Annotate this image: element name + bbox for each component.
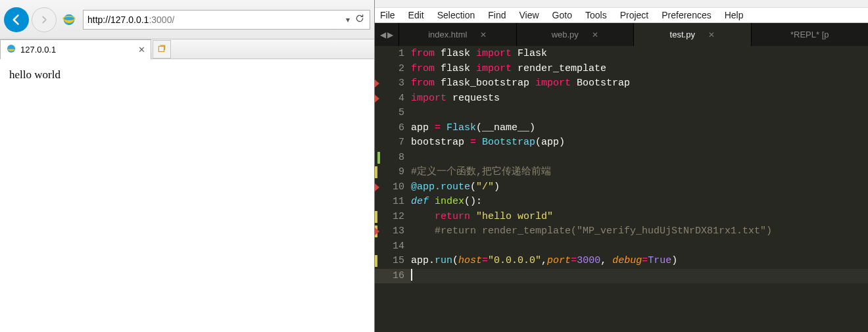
svg-rect-3 (158, 46, 164, 51)
url-path: :3000/ (149, 14, 174, 25)
code-line[interactable]: return "hello world" (411, 210, 868, 225)
back-button[interactable] (4, 7, 29, 32)
line-number: 13 (375, 224, 404, 239)
menu-goto[interactable]: Goto (552, 10, 572, 20)
menu-find[interactable]: Find (488, 10, 506, 20)
browser-window: http://127.0.0.1:3000/ ▾ 127.0.0.1 ✕ hel… (0, 0, 375, 332)
line-number: 2 (375, 62, 404, 77)
menu-selection[interactable]: Selection (437, 10, 475, 20)
line-number: 5 (375, 106, 404, 121)
page-content: hello world (9, 68, 60, 81)
new-tab-button[interactable] (153, 40, 171, 59)
menu-view[interactable]: View (519, 10, 539, 20)
gutter-marker-red (375, 227, 379, 235)
editor-tab-test-py[interactable]: test.py✕ (633, 23, 751, 46)
editor-tab-label: web.py (552, 30, 579, 39)
menu-help[interactable]: Help (725, 10, 744, 20)
tab-prev-icon[interactable]: ◀ (380, 30, 386, 39)
text-cursor (411, 269, 412, 281)
browser-viewport: hello world (0, 59, 374, 332)
editor-tab-label: index.html (428, 30, 467, 39)
editor-window: FileEditSelectionFindViewGotoToolsProjec… (375, 0, 868, 332)
line-number: 4 (375, 91, 404, 107)
line-number: 11 (375, 195, 404, 210)
editor-tab--repl-p[interactable]: *REPL* [p (751, 23, 869, 46)
code-line[interactable]: def index(): (411, 195, 868, 210)
forward-button[interactable] (32, 7, 57, 32)
ie-logo-icon (62, 12, 76, 27)
editor-titlebar-fragment (375, 0, 868, 7)
svg-point-2 (7, 45, 15, 53)
code-line[interactable]: app.run(host="0.0.0.0",port=3000, debug=… (411, 254, 868, 269)
editor-tabstrip: ◀ ▶ index.html✕web.py✕test.py✕*REPL* [p (375, 23, 868, 46)
code-area[interactable]: 12345678910111213141516 from flask impor… (375, 46, 868, 332)
gutter-marker-red (375, 95, 379, 103)
line-number: 12 (375, 210, 404, 225)
tab-close-icon[interactable]: ✕ (708, 30, 715, 39)
gutter-marker-yellow (375, 255, 377, 267)
arrow-left-icon (10, 13, 23, 26)
code-line[interactable] (411, 239, 868, 254)
line-number: 3 (375, 76, 404, 91)
line-number: 1 (375, 47, 404, 62)
gutter-marker-green (377, 152, 380, 164)
browser-tab[interactable]: 127.0.0.1 ✕ (0, 39, 151, 59)
code-line[interactable] (411, 269, 868, 284)
browser-tab-title: 127.0.0.1 (20, 45, 56, 55)
editor-tab-web-py[interactable]: web.py✕ (516, 23, 634, 46)
menu-file[interactable]: File (380, 10, 395, 20)
browser-toolbar: http://127.0.0.1:3000/ ▾ (0, 0, 374, 39)
gutter-marker-yellow (375, 211, 377, 223)
menu-project[interactable]: Project (620, 10, 649, 20)
code-line[interactable]: app = Flask(__name__) (411, 121, 868, 136)
line-number: 8 (375, 151, 404, 166)
tab-next-icon[interactable]: ▶ (387, 30, 393, 39)
new-tab-icon (157, 45, 166, 54)
address-dropdown-icon[interactable]: ▾ (342, 15, 354, 24)
menu-preferences[interactable]: Preferences (662, 10, 711, 20)
gutter-marker-red (375, 80, 379, 87)
code-line[interactable]: bootstrap = Bootstrap(app) (411, 135, 868, 151)
tab-nav-arrows: ◀ ▶ (375, 23, 398, 46)
editor-tab-index-html[interactable]: index.html✕ (398, 23, 516, 46)
editor-tab-label: test.py (670, 30, 695, 39)
editor-menu-bar: FileEditSelectionFindViewGotoToolsProjec… (375, 7, 868, 23)
line-number: 6 (375, 121, 404, 136)
code-line[interactable]: @app.route("/") (411, 180, 868, 195)
code-line[interactable]: from flask_bootstrap import Bootstrap (411, 76, 868, 91)
tab-close-icon[interactable]: ✕ (138, 45, 145, 55)
code-line[interactable] (411, 106, 868, 121)
address-input[interactable] (174, 14, 342, 25)
line-number: 16 (375, 269, 411, 284)
refresh-button[interactable] (354, 13, 366, 26)
code-line[interactable]: from flask import Flask (411, 47, 868, 62)
code-line[interactable] (411, 151, 868, 166)
gutter-marker-yellow (375, 166, 377, 178)
arrow-right-icon (39, 15, 49, 24)
browser-tabbar: 127.0.0.1 ✕ (0, 39, 374, 59)
menu-edit[interactable]: Edit (408, 10, 424, 20)
code-line[interactable]: #定义一个函数,把它传递给前端 (411, 165, 868, 180)
line-number: 10 (375, 180, 404, 195)
ie-favicon-icon (6, 43, 16, 56)
line-number: 14 (375, 239, 404, 254)
tab-close-icon[interactable]: ✕ (480, 30, 487, 39)
line-number: 9 (375, 165, 404, 180)
line-number: 15 (375, 254, 404, 269)
gutter-marker-red (375, 183, 379, 191)
menu-tools[interactable]: Tools (585, 10, 607, 20)
url-host: http://127.0.0.1 (87, 14, 149, 25)
code-line[interactable]: #return render_template("MP_verify_hudUj… (411, 224, 868, 239)
editor-tab-label: *REPL* [p (790, 30, 829, 39)
code-line[interactable]: import requests (411, 91, 868, 107)
address-bar[interactable]: http://127.0.0.1:3000/ ▾ (83, 10, 370, 30)
line-number: 7 (375, 135, 404, 151)
code-line[interactable]: from flask import render_template (411, 62, 868, 77)
tab-close-icon[interactable]: ✕ (592, 30, 598, 39)
